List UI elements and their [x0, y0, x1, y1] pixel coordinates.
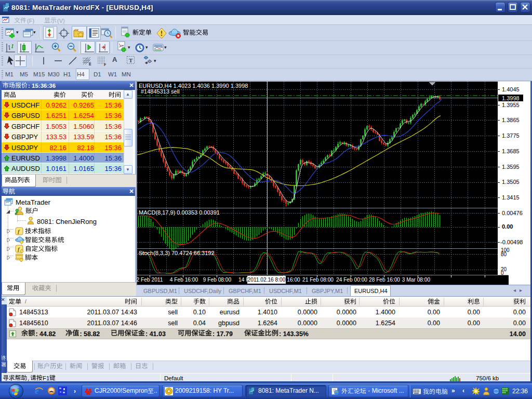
svg-text:e: e [35, 386, 39, 395]
